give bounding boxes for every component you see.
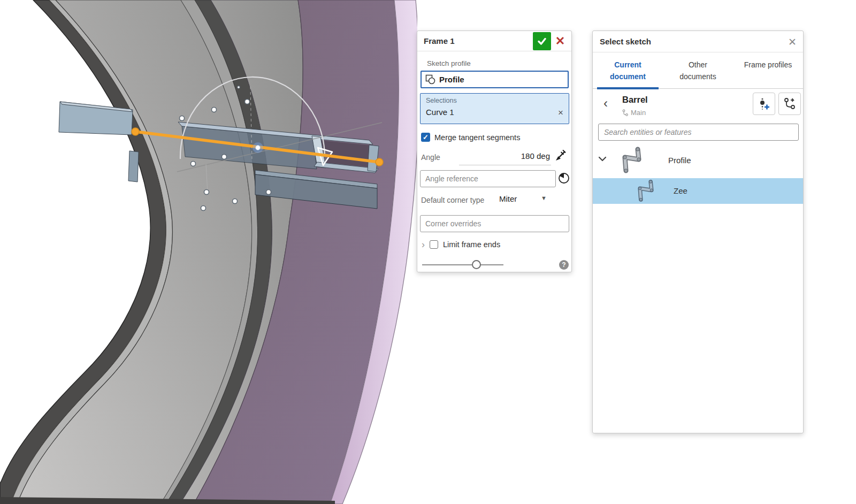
barrel-ring[interactable] [0,0,417,504]
angle-reference-clock-icon[interactable] [557,172,570,185]
confirm-button[interactable] [533,32,551,50]
list-item-label: Zee [674,186,687,195]
frame-member-left-stub[interactable] [59,102,139,182]
check-icon [537,36,547,47]
chevron-down-icon[interactable] [598,156,607,162]
merge-tangent-row[interactable]: ✓ Merge tangent segments [421,133,520,142]
remove-selection-icon[interactable]: × [558,108,563,118]
dialog-resize-slider-track[interactable] [422,264,503,265]
expand-chevron-icon[interactable]: › [422,240,425,249]
breadcrumb: ‹ Barrel Main [593,89,803,118]
corner-overrides-input[interactable] [420,215,569,232]
angle-reference-input[interactable] [420,170,556,187]
panel-header: Select sketch ✕ [593,31,803,52]
zee-profile-sketch-icon [615,145,648,177]
close-x-icon: ✕ [555,34,565,48]
chevron-down-icon[interactable]: ▼ [541,195,547,201]
search-input[interactable] [598,124,799,141]
tab-current-document[interactable]: Current document [593,52,663,88]
limit-frame-ends-label: Limit frame ends [443,240,500,249]
angle-value[interactable]: 180 deg [521,151,550,161]
create-version-button[interactable] [753,93,775,115]
default-corner-type-label: Default corner type [421,196,484,204]
tab-bar: Current document Other documents Frame p… [593,52,803,89]
selections-label: Selections [426,97,457,104]
cancel-button[interactable]: ✕ [552,33,568,49]
sketch-profile-label: Sketch profile [427,59,471,67]
angle-label: Angle [421,153,440,162]
sketch-profile-field[interactable]: Profile [421,71,569,88]
branch-icon [782,96,797,111]
limit-frame-ends-row[interactable]: › Limit frame ends [422,240,500,249]
close-icon[interactable]: ✕ [788,36,797,48]
default-corner-type-select[interactable]: Miter [499,194,517,203]
merge-tangent-checkbox[interactable]: ✓ [421,133,430,142]
zee-sketch-icon [631,178,660,205]
flip-direction-icon[interactable] [554,149,568,163]
selections-box[interactable]: Selections Curve 1 × [420,93,569,124]
select-sketch-panel: Select sketch ✕ Current document Other d… [592,30,804,433]
branch-button[interactable] [778,93,801,115]
limit-frame-ends-checkbox[interactable] [430,240,438,249]
sketch-profile-value: Profile [439,75,464,84]
sketch-icon [425,74,435,85]
dialog-header: Frame 1 ✕ [417,31,571,51]
document-name: Barrel [622,95,648,105]
list-item-label: Profile [668,156,691,165]
merge-tangent-label: Merge tangent segments [434,133,520,142]
workspace-name: Main [631,109,646,117]
branch-small-icon [622,109,628,116]
help-icon[interactable]: ? [559,260,569,270]
frame-feature-dialog: Frame 1 ✕ Sketch profile Profile Selecti… [417,30,572,272]
back-chevron-icon[interactable]: ‹ [603,96,608,111]
tab-frame-profiles[interactable]: Frame profiles [733,52,803,88]
selections-value: Curve 1 [426,108,454,117]
dialog-resize-slider-handle[interactable] [472,260,481,269]
list-item-profile[interactable]: Profile [593,144,803,177]
curve-endpoint-end[interactable] [376,158,383,166]
panel-title: Select sketch [600,31,651,52]
tab-other-documents[interactable]: Other documents [663,52,733,88]
curve-midpoint[interactable] [256,146,261,150]
curve-endpoint-start[interactable] [132,128,139,135]
angle-underline [459,165,551,165]
dialog-title: Frame 1 [424,31,455,51]
version-plus-icon [756,96,771,111]
workspace-row: Main [622,109,646,117]
viewport-3d[interactable] [0,0,417,504]
list-item-zee-selected[interactable]: Zee [593,178,803,204]
